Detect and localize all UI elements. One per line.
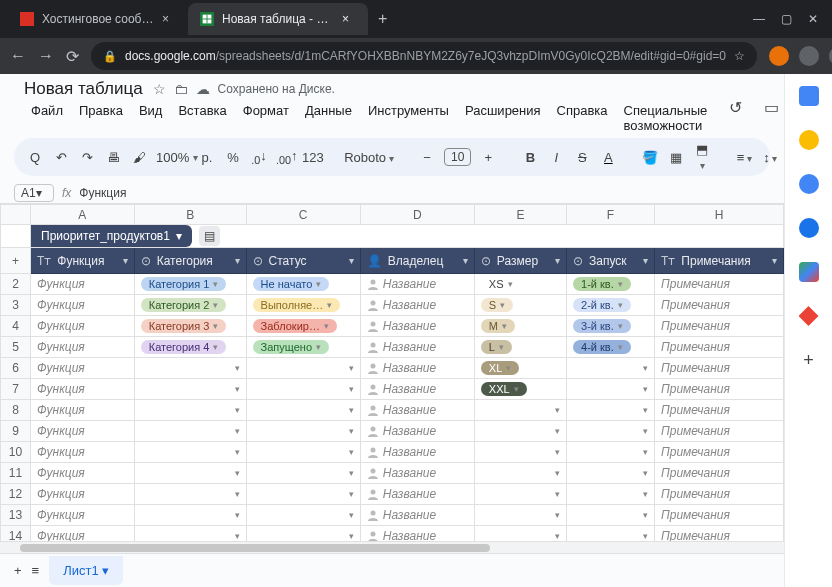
all-sheets-button[interactable]: ≡ [32, 563, 40, 578]
menu-Файл[interactable]: Файл [24, 101, 70, 135]
cell-size[interactable]: ▾ [474, 463, 566, 484]
cell-category[interactable]: ▾ [134, 421, 246, 442]
history-icon[interactable]: ↺ [724, 96, 746, 118]
header-cell[interactable]: 👤Владелец▾ [360, 248, 474, 274]
percent-button[interactable]: % [224, 150, 242, 165]
star-icon[interactable]: ☆ [153, 81, 166, 97]
menu-Расширения[interactable]: Расширения [458, 101, 548, 135]
merge-button[interactable]: ⬒ [693, 142, 711, 172]
menu-Правка[interactable]: Правка [72, 101, 130, 135]
minimize-button[interactable]: — [753, 12, 765, 26]
row-number[interactable]: 9 [1, 421, 31, 442]
cell-notes[interactable]: Примечания [655, 526, 784, 542]
cloud-icon[interactable]: ☁ [196, 81, 210, 97]
cell-notes[interactable]: Примечания [655, 442, 784, 463]
cell-category[interactable]: ▾ [134, 505, 246, 526]
browser-tab-1[interactable]: Хостинговое сообщество «Tin… × [8, 3, 188, 35]
menu-Данные[interactable]: Данные [298, 101, 359, 135]
cell-function[interactable]: Функция [31, 274, 135, 295]
column-header[interactable]: C [246, 205, 360, 225]
cell-owner[interactable]: Название [360, 442, 474, 463]
cell-launch[interactable]: ▾ [567, 442, 655, 463]
close-icon[interactable]: × [162, 12, 176, 26]
star-icon[interactable]: ☆ [734, 49, 745, 63]
borders-button[interactable]: ▦ [667, 150, 685, 165]
cell-launch[interactable]: 2-й кв.▾ [567, 295, 655, 316]
row-number[interactable]: 5 [1, 337, 31, 358]
cell-function[interactable]: Функция [31, 442, 135, 463]
column-header[interactable]: A [31, 205, 135, 225]
cell-owner[interactable]: Название [360, 526, 474, 542]
cell-notes[interactable]: Примечания [655, 463, 784, 484]
strike-button[interactable]: S [573, 150, 591, 165]
cell-size[interactable]: ▾ [474, 400, 566, 421]
close-icon[interactable]: × [342, 12, 356, 26]
column-header[interactable]: E [474, 205, 566, 225]
forward-button[interactable]: → [38, 47, 54, 65]
cell-function[interactable]: Функция [31, 295, 135, 316]
cell-launch[interactable]: 1-й кв.▾ [567, 274, 655, 295]
cell-notes[interactable]: Примечания [655, 358, 784, 379]
reload-button[interactable]: ⟳ [66, 47, 79, 65]
row-number[interactable]: 4 [1, 316, 31, 337]
redo-button[interactable]: ↷ [78, 150, 96, 165]
cell-status[interactable]: ▾ [246, 484, 360, 505]
cell-launch[interactable]: ▾ [567, 421, 655, 442]
cell-category[interactable]: ▾ [134, 463, 246, 484]
add-column-button[interactable]: + [1, 248, 31, 274]
cell-owner[interactable]: Название [360, 295, 474, 316]
cell-size[interactable]: ▾ [474, 505, 566, 526]
cell-function[interactable]: Функция [31, 463, 135, 484]
text-color-button[interactable]: A [599, 150, 617, 165]
move-icon[interactable]: 🗀 [174, 81, 188, 97]
row-number[interactable]: 13 [1, 505, 31, 526]
increase-decimal-button[interactable]: .00↑ [276, 148, 294, 166]
horizontal-scrollbar[interactable] [0, 541, 784, 553]
cell-status[interactable]: ▾ [246, 526, 360, 542]
column-header[interactable] [1, 205, 31, 225]
cell-owner[interactable]: Название [360, 337, 474, 358]
extension-icon[interactable] [799, 46, 819, 66]
font-dropdown[interactable]: Roboto [344, 150, 394, 165]
column-header[interactable]: D [360, 205, 474, 225]
cell-status[interactable]: Не начато▾ [246, 274, 360, 295]
cell-owner[interactable]: Название [360, 274, 474, 295]
more-formats-button[interactable]: 123 [302, 150, 320, 165]
vertical-align-button[interactable]: ↕ [761, 150, 779, 165]
cell-function[interactable]: Функция [31, 400, 135, 421]
cell-category[interactable]: ▾ [134, 379, 246, 400]
cell-size[interactable]: L▾ [474, 337, 566, 358]
column-header[interactable]: H [655, 205, 784, 225]
calendar-icon[interactable] [799, 86, 819, 106]
menu-Справка[interactable]: Справка [550, 101, 615, 135]
row-number[interactable]: 3 [1, 295, 31, 316]
cell-launch[interactable]: 3-й кв.▾ [567, 316, 655, 337]
table-options-button[interactable]: ▤ [199, 226, 220, 246]
cell-launch[interactable]: ▾ [567, 505, 655, 526]
decrease-font-button[interactable]: − [418, 150, 436, 165]
row-number[interactable]: 12 [1, 484, 31, 505]
cell-function[interactable]: Функция [31, 526, 135, 542]
cell-status[interactable]: ▾ [246, 421, 360, 442]
cell-function[interactable]: Функция [31, 379, 135, 400]
header-cell[interactable]: ⊙Размер▾ [474, 248, 566, 274]
row-number[interactable]: 11 [1, 463, 31, 484]
cell-launch[interactable]: ▾ [567, 526, 655, 542]
cell-size[interactable]: ▾ [474, 421, 566, 442]
maps-icon[interactable] [799, 262, 819, 282]
formula-input[interactable]: Функция [79, 186, 126, 200]
cell-category[interactable]: Категория 1▾ [134, 274, 246, 295]
cell-category[interactable]: Категория 4▾ [134, 337, 246, 358]
menu-Инструменты[interactable]: Инструменты [361, 101, 456, 135]
cell-owner[interactable]: Название [360, 400, 474, 421]
header-cell[interactable]: ⊙Запуск▾ [567, 248, 655, 274]
cell-notes[interactable]: Примечания [655, 295, 784, 316]
cell-size[interactable]: XL▾ [474, 358, 566, 379]
cell-category[interactable]: ▾ [134, 484, 246, 505]
table-name-chip[interactable]: Приоритет_продуктов1 ▾ [31, 225, 192, 247]
address-bar[interactable]: 🔒 docs.google.com/spreadsheets/d/1mCARfY… [91, 42, 757, 70]
close-button[interactable]: ✕ [808, 12, 818, 26]
cell-status[interactable]: Запущено▾ [246, 337, 360, 358]
cell-launch[interactable]: 4-й кв.▾ [567, 337, 655, 358]
font-size-input[interactable]: 10 [444, 148, 471, 166]
